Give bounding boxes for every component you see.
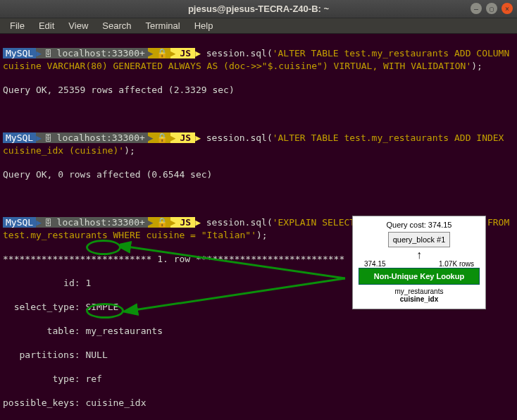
explain-select-type: SIMPLE [80, 302, 119, 312]
prompt-mode-js: JS [175, 132, 195, 143]
database-icon: 🗄 [44, 49, 57, 58]
explain-partitions-label: partitions: [3, 350, 80, 360]
maximize-button[interactable]: ▢ [486, 3, 497, 14]
prompt-host: 🗄 localhost:33300+ [42, 132, 148, 143]
popup-cost-rows: 374.15 1.07K rows [359, 260, 480, 268]
prompt-mysql-badge: MySQL [3, 132, 36, 143]
prompt-mode-js: JS [175, 217, 195, 228]
menu-search[interactable]: Search [96, 19, 137, 32]
popup-table-name: my_restaurants [359, 288, 480, 295]
sql-result-2: Query OK, 0 rows affected (0.6544 sec) [3, 168, 514, 180]
popup-rows-right: 1.07K rows [439, 260, 474, 268]
explain-type: ref [80, 373, 102, 384]
popup-lookup-type: Non-Unique Key Lookup [359, 268, 480, 285]
menu-file[interactable]: File [4, 19, 30, 32]
database-icon: 🗄 [44, 134, 57, 143]
explain-id-label: id: [3, 278, 80, 288]
explain-table-label: table: [3, 326, 80, 336]
lock-icon: 🔒 [154, 132, 170, 143]
popup-index-name: cuisine_idx [359, 295, 480, 303]
database-icon: 🗄 [44, 218, 57, 228]
explain-possible-keys: cuisine_idx [80, 397, 147, 408]
explain-table: my_restaurants [80, 326, 163, 336]
query-plan-popup: Query cost: 374.15 query_block #1 ↑ 374.… [352, 216, 486, 309]
popup-query-cost: Query cost: 374.15 [359, 221, 480, 229]
prompt-mysql-badge: MySQL [3, 48, 36, 58]
menu-terminal[interactable]: Terminal [140, 19, 186, 32]
window-controls: – ▢ × [471, 3, 513, 14]
explain-select-type-label: select_type: [3, 302, 80, 312]
explain-type-label: type: [3, 373, 80, 384]
close-button[interactable]: × [502, 3, 513, 14]
prompt-host: 🗄 localhost:33300+ [42, 48, 148, 58]
explain-id: 1 [80, 278, 92, 288]
lock-icon: 🔒 [154, 48, 170, 58]
prompt-host: 🗄 localhost:33300+ [42, 217, 148, 228]
prompt-mode-js: JS [175, 48, 195, 58]
explain-possible-keys-label: possible_keys: [3, 397, 80, 408]
window-title: pjesus@pjesus-TECRA-Z40-B: ~ [188, 4, 329, 14]
arrow-up-icon: ↑ [359, 252, 480, 259]
minimize-button[interactable]: – [471, 3, 482, 14]
menubar: File Edit View Search Terminal Help [0, 18, 517, 34]
popup-query-block: query_block #1 [388, 232, 451, 247]
popup-cost-left: 374.15 [364, 260, 386, 268]
window-titlebar: pjesus@pjesus-TECRA-Z40-B: ~ – ▢ × [0, 0, 517, 18]
explain-partitions: NULL [80, 350, 108, 360]
lock-icon: 🔒 [154, 217, 170, 228]
sql-result-1: Query OK, 25359 rows affected (2.3329 se… [3, 84, 514, 96]
menu-view[interactable]: View [63, 19, 94, 32]
menu-edit[interactable]: Edit [33, 19, 60, 32]
menu-help[interactable]: Help [189, 19, 219, 32]
prompt-mysql-badge: MySQL [3, 217, 36, 228]
